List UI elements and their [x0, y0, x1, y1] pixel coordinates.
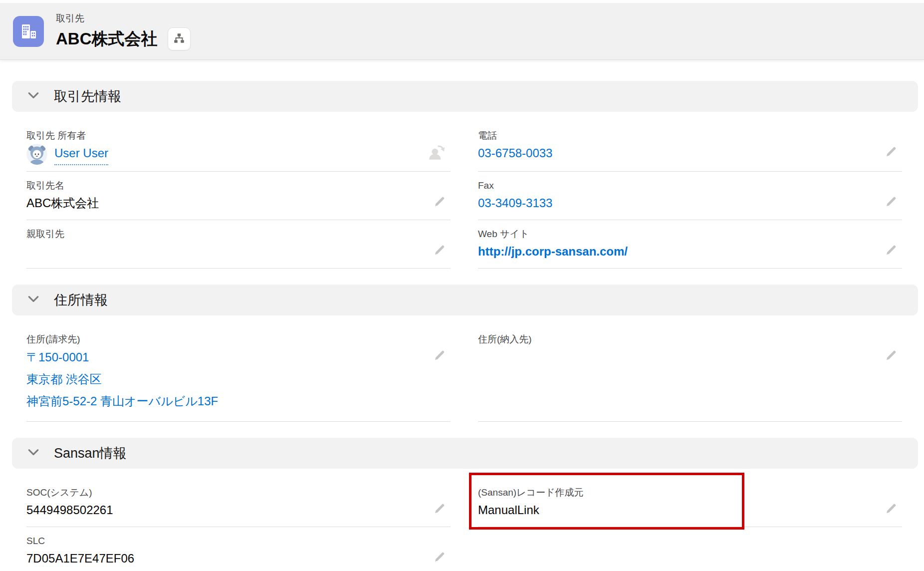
field-slc: SLC 7D05A1E7E47EF06 — [26, 527, 451, 571]
section-title: Sansan情報 — [54, 444, 127, 462]
view-account-hierarchy-button[interactable] — [168, 27, 191, 50]
field-phone: 電話 03-6758-0033 — [478, 122, 902, 172]
field-fax: Fax 03-3409-3133 — [478, 172, 902, 220]
chevron-down-icon — [26, 291, 41, 308]
section-sansan-info: Sansan情報 SOC(システム) 5449498502261 (Sansan… — [12, 438, 918, 571]
field-label: 住所(納入先) — [478, 332, 877, 346]
account-building-icon — [13, 16, 44, 47]
edit-pencil-icon[interactable] — [434, 349, 446, 361]
section-account-info: 取引先情報 取引先 所有者 — [12, 81, 918, 269]
section-header-sansan-info[interactable]: Sansan情報 — [12, 438, 918, 469]
field-sansan-record-source: (Sansan)レコード作成元 ManualLink — [478, 479, 902, 527]
section-header-address-info[interactable]: 住所情報 — [12, 285, 918, 315]
shipping-address-value-empty — [478, 346, 877, 367]
billing-address-line[interactable]: 〒150-0001 — [26, 346, 426, 368]
website-link[interactable]: http://jp.corp-sansan.com/ — [478, 241, 628, 262]
change-owner-icon[interactable] — [427, 142, 448, 163]
field-parent-account: 親取引先 — [26, 220, 451, 269]
field-account-name: 取引先名 ABC株式会社 — [26, 172, 451, 220]
chevron-down-icon — [26, 445, 41, 462]
billing-address-line[interactable]: 東京都 渋谷区 — [26, 368, 426, 390]
record-detail: 取引先情報 取引先 所有者 — [0, 60, 924, 571]
field-label: Fax — [478, 179, 877, 193]
edit-pencil-icon[interactable] — [885, 349, 897, 361]
field-label: Web サイト — [478, 227, 877, 241]
page-title: ABC株式会社 — [56, 28, 158, 50]
field-empty-cell — [478, 527, 902, 571]
field-billing-address: 住所(請求先) 〒150-0001 東京都 渋谷区 神宮前5-52-2 青山オー… — [26, 325, 451, 422]
field-account-owner: 取引先 所有者 — [26, 122, 451, 172]
field-label: SOC(システム) — [26, 486, 426, 500]
edit-pencil-icon[interactable] — [885, 146, 897, 158]
edit-pencil-icon[interactable] — [885, 196, 897, 208]
section-header-account-info[interactable]: 取引先情報 — [12, 81, 918, 112]
billing-address-value: 〒150-0001 東京都 渋谷区 神宮前5-52-2 青山オーバルビル13F — [26, 346, 426, 412]
section-title: 取引先情報 — [54, 87, 121, 105]
account-name-value: ABC株式会社 — [26, 193, 99, 214]
edit-pencil-icon[interactable] — [885, 244, 897, 256]
edit-pencil-icon[interactable] — [434, 244, 446, 256]
owner-link[interactable]: User User — [54, 143, 108, 165]
record-source-value: ManualLink — [478, 500, 539, 521]
field-label: 取引先 所有者 — [26, 129, 426, 143]
org-chart-icon — [173, 32, 186, 46]
field-website: Web サイト http://jp.corp-sansan.com/ — [478, 220, 902, 269]
edit-pencil-icon[interactable] — [885, 503, 897, 515]
field-label: 電話 — [478, 129, 877, 143]
field-label: (Sansan)レコード作成元 — [478, 486, 877, 500]
owner-avatar — [26, 144, 47, 165]
field-label: 取引先名 — [26, 179, 426, 193]
soc-value: 5449498502261 — [26, 500, 113, 521]
chevron-down-icon — [26, 88, 41, 105]
field-soc-system: SOC(システム) 5449498502261 — [26, 479, 451, 527]
edit-pencil-icon[interactable] — [434, 503, 446, 515]
field-label: 親取引先 — [26, 227, 426, 241]
slc-value: 7D05A1E7E47EF06 — [26, 548, 134, 569]
parent-account-value-empty — [26, 241, 426, 262]
field-label: SLC — [26, 534, 426, 548]
billing-address-line[interactable]: 神宮前5-52-2 青山オーバルビル13F — [26, 390, 426, 412]
edit-pencil-icon[interactable] — [434, 551, 446, 563]
section-title: 住所情報 — [54, 291, 108, 309]
section-address-info: 住所情報 住所(請求先) 〒150-0001 東京都 渋谷区 神宮前5-52-2… — [12, 285, 918, 422]
fax-link[interactable]: 03-3409-3133 — [478, 193, 552, 214]
edit-pencil-icon[interactable] — [434, 196, 446, 208]
object-label: 取引先 — [56, 12, 191, 25]
field-label: 住所(請求先) — [26, 332, 426, 346]
phone-link[interactable]: 03-6758-0033 — [478, 143, 552, 164]
field-shipping-address: 住所(納入先) — [478, 325, 902, 422]
record-header-text: 取引先 ABC株式会社 — [56, 12, 191, 50]
record-header: 取引先 ABC株式会社 — [0, 3, 924, 60]
